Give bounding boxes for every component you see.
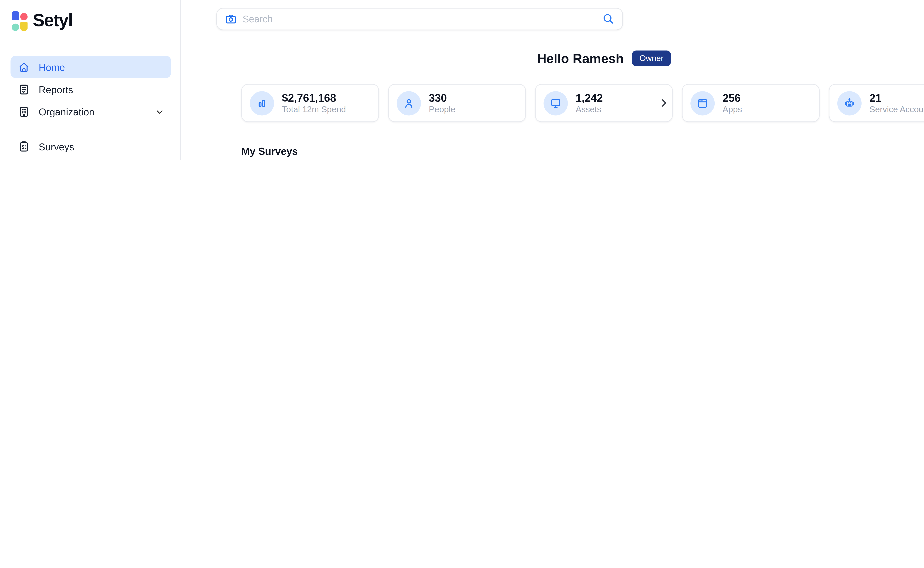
camera-icon[interactable]	[225, 13, 237, 24]
reports-icon	[17, 83, 30, 96]
sidebar-item-label: Home	[39, 61, 65, 73]
app-logo-text: Setyl	[33, 11, 72, 31]
stat-card-apps[interactable]: 256 Apps	[682, 84, 820, 122]
sidebar-item-reports[interactable]: Reports	[11, 78, 171, 100]
stats-row: $2,761,168 Total 12m Spend 330 People	[241, 84, 924, 122]
bar-chart-icon	[250, 91, 274, 115]
stat-value: $2,761,168	[282, 91, 346, 104]
sidebar-item-label: Reports	[39, 83, 73, 95]
my-surveys-heading: My Surveys	[241, 146, 924, 157]
main-area: Hello Ramesh Owner $2,761,168 Total 12m …	[181, 0, 924, 160]
sidebar: Setyl Home Reports Organization	[0, 0, 181, 160]
stat-label: Apps	[723, 104, 742, 115]
stat-card-assets[interactable]: 1,242 Assets	[535, 84, 673, 122]
search-icon[interactable]	[602, 12, 614, 25]
sidebar-item-surveys[interactable]: Surveys	[11, 135, 171, 157]
stat-label: Service Accounts	[870, 104, 924, 115]
home-icon	[17, 60, 30, 73]
app-window: Setyl Home Reports Organization	[0, 0, 924, 160]
stat-label: People	[429, 104, 455, 115]
surveys-icon	[17, 140, 30, 153]
robot-icon	[837, 91, 862, 115]
stat-value: 1,242	[576, 91, 603, 104]
chevron-down-icon[interactable]	[155, 107, 164, 116]
app-logo: Setyl	[11, 9, 171, 31]
stat-value: 21	[870, 91, 924, 104]
apps-window-icon	[690, 91, 714, 115]
sidebar-item-label: Surveys	[39, 141, 74, 152]
sidebar-item-catalog[interactable]: Catalog	[11, 157, 171, 160]
role-badge: Owner	[632, 50, 671, 66]
search-bar[interactable]	[216, 8, 623, 30]
page-title: Hello Ramesh	[537, 51, 624, 66]
sidebar-item-label: Organization	[39, 106, 95, 117]
sidebar-item-home[interactable]: Home	[11, 56, 171, 78]
sidebar-item-organization[interactable]: Organization	[11, 100, 171, 123]
stat-label: Total 12m Spend	[282, 104, 346, 115]
organization-icon	[17, 105, 30, 118]
sidebar-nav: Home Reports Organization	[11, 56, 171, 160]
greeting: Hello Ramesh Owner	[241, 50, 924, 66]
stat-card-people[interactable]: 330 People	[388, 84, 526, 122]
stat-label: Assets	[576, 104, 603, 115]
stat-value: 330	[429, 91, 455, 104]
stat-value: 256	[723, 91, 742, 104]
stat-card-service-accounts[interactable]: 21 Service Accounts	[829, 84, 924, 122]
setyl-logo-icon	[12, 11, 27, 30]
search-input[interactable]	[243, 14, 596, 24]
stat-card-total-spend[interactable]: $2,761,168 Total 12m Spend	[241, 84, 379, 122]
topbar	[181, 0, 924, 31]
chevron-right-icon	[658, 97, 669, 109]
carousel-next-button[interactable]	[658, 97, 669, 109]
person-icon	[397, 91, 421, 115]
monitor-icon	[544, 91, 568, 115]
